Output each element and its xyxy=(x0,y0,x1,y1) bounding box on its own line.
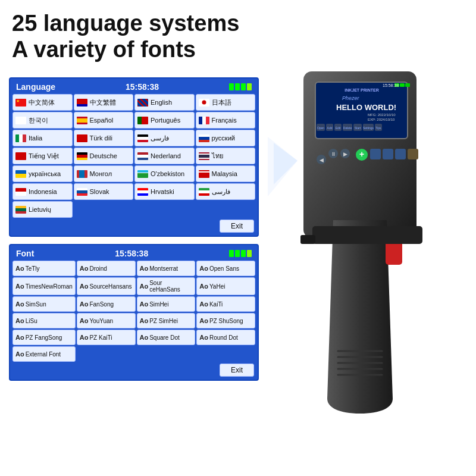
svg-rect-22 xyxy=(405,83,410,87)
lang-cell-lt[interactable]: Lietuvių xyxy=(12,201,73,218)
lang-cell-th[interactable]: ไทย xyxy=(196,148,256,164)
svg-text:Phezer: Phezer xyxy=(342,95,360,101)
svg-text:Add: Add xyxy=(327,126,333,130)
lang-cell-sk[interactable]: Slovak xyxy=(74,183,134,200)
svg-text:◀: ◀ xyxy=(320,157,324,163)
font-cell-pzshusong[interactable]: Ao PZ ShuSong xyxy=(196,313,255,328)
lang-cell-vi[interactable]: Tiếng Việt xyxy=(12,148,73,164)
lang-cell-fa[interactable]: فارسی xyxy=(196,183,256,200)
lang-hr: Hrvatski xyxy=(151,188,174,195)
battery-bar-1 xyxy=(229,83,234,90)
lang-cell-en[interactable]: English xyxy=(134,94,195,111)
lang-cell-ar[interactable]: فارسی xyxy=(134,130,195,146)
lang-uz: O'zbekiston xyxy=(151,170,184,177)
flag-mn xyxy=(77,170,87,178)
flag-ru xyxy=(199,134,209,142)
font-title: Font xyxy=(16,249,34,258)
lang-cell-zhtw[interactable]: 中文繁體 xyxy=(74,94,134,111)
flag-fr xyxy=(199,117,209,124)
lang-cell-ja[interactable]: 日本語 xyxy=(196,94,256,111)
flag-ir xyxy=(199,188,209,196)
lang-cell-mn[interactable]: Монгол xyxy=(74,165,134,182)
lang-cell-fr[interactable]: Français xyxy=(196,112,256,129)
font-cell-tetly[interactable]: Ao TeTly xyxy=(12,261,76,276)
lang-cell-pt[interactable]: Português xyxy=(134,112,195,129)
font-cell-sourcehansans[interactable]: Ao Sour ceHanSans xyxy=(137,277,196,295)
lang-empty-2 xyxy=(134,201,195,218)
svg-text:Delete: Delete xyxy=(343,126,352,130)
font-cell-kaiti[interactable]: Ao KaiTi xyxy=(196,296,255,312)
font-exit-row: Exit xyxy=(12,362,255,377)
lang-cell-de[interactable]: Deutsche xyxy=(74,148,134,164)
flag-nl xyxy=(137,152,148,160)
svg-text:HELLO WORLD!: HELLO WORLD! xyxy=(336,103,396,112)
printer-nozzle xyxy=(312,226,422,244)
font-cell-lisu[interactable]: Ao LiSu xyxy=(12,313,76,328)
battery-indicator xyxy=(229,83,252,90)
lang-cell-ru[interactable]: русский xyxy=(196,130,256,146)
flag-th xyxy=(199,152,209,160)
svg-text:15:58:38: 15:58:38 xyxy=(383,83,399,87)
lang-nl: Nederland xyxy=(151,152,181,159)
svg-text:Open: Open xyxy=(317,126,324,130)
lang-ja: 日本語 xyxy=(212,98,231,107)
font-battery-bar-3 xyxy=(241,250,246,257)
font-cell-pzfangsong[interactable]: Ao PZ FangSong xyxy=(12,330,76,345)
lang-cell-it[interactable]: Italia xyxy=(12,130,73,146)
font-cell-sourcehans[interactable]: Ao SourceHansans xyxy=(77,277,136,295)
lang-cell-nl[interactable]: Nederland xyxy=(134,148,195,164)
font-cell-opensans[interactable]: Ao Open Sans xyxy=(196,261,255,276)
flag-hr xyxy=(137,188,148,196)
lang-cell-ko[interactable]: 한국이 xyxy=(12,112,73,129)
language-exit-row: Exit xyxy=(12,218,255,233)
font-cell-youyuan[interactable]: Ao YouYuan xyxy=(77,313,136,328)
language-exit-button[interactable]: Exit xyxy=(220,220,254,233)
font-exit-button[interactable]: Exit xyxy=(220,364,254,377)
lang-cell-es[interactable]: Español xyxy=(74,112,134,129)
font-cell-droind[interactable]: Ao Droind xyxy=(77,261,136,276)
font-battery-bar-2 xyxy=(235,250,240,257)
font-cell-external[interactable]: Ao External Font xyxy=(12,346,76,362)
flag-my xyxy=(199,170,209,178)
lang-zhtw: 中文繁體 xyxy=(90,98,116,107)
svg-text:Tips: Tips xyxy=(375,126,381,130)
font-table: Font 15:58:38 Ao TeTly Ao Droind Ao Mont… xyxy=(9,244,259,381)
lang-de: Deutsche xyxy=(90,152,117,159)
flag-id xyxy=(15,188,26,196)
main-container: 25 language systems A variety of fonts L… xyxy=(0,0,476,476)
lang-cell-zhcn[interactable]: 中文简体 xyxy=(12,94,73,111)
svg-text:+: + xyxy=(359,149,364,159)
flag-lt xyxy=(15,206,26,214)
svg-rect-41 xyxy=(300,235,315,244)
lang-cell-id[interactable]: Indonesia xyxy=(12,183,73,200)
svg-marker-0 xyxy=(268,137,298,196)
lang-cell-hr[interactable]: Hrvatski xyxy=(134,183,195,200)
font-cell-fansong[interactable]: Ao FanSong xyxy=(77,296,136,312)
font-cell-pzsimhei[interactable]: Ao PZ SimHei xyxy=(137,313,196,328)
lang-cell-uz[interactable]: O'zbekiston xyxy=(134,165,195,182)
svg-rect-32 xyxy=(370,149,381,159)
lang-cell-uk[interactable]: українська xyxy=(12,165,73,182)
svg-text:Start: Start xyxy=(355,126,361,130)
lang-ar: فارسی xyxy=(151,134,169,142)
lang-cell-tr[interactable]: Türk dili xyxy=(74,130,134,146)
font-cell-tnr[interactable]: Ao TimesNewRoman xyxy=(12,277,76,295)
headline-line1: 25 language systems xyxy=(12,11,239,37)
language-table: Language 15:58:38 中文简体 中文繁體 English 日本語 … xyxy=(9,77,259,237)
headline-block: 25 language systems A variety of fonts xyxy=(12,11,239,62)
font-cell-yahei[interactable]: Ao YaHei xyxy=(196,277,255,295)
font-cell-simhei[interactable]: Ao SimHei xyxy=(137,296,196,312)
flag-cn xyxy=(15,99,26,107)
font-cell-rounddot[interactable]: Ao Round Dot xyxy=(196,330,255,345)
flag-es xyxy=(77,117,87,124)
font-empty-3 xyxy=(196,346,255,362)
language-grid: 中文简体 中文繁體 English 日本語 한국이 Español Portug… xyxy=(12,94,255,218)
lang-zhcn: 中文简体 xyxy=(29,98,55,107)
lang-es: Español xyxy=(90,117,114,124)
font-cell-simsun[interactable]: Ao SimSun xyxy=(12,296,76,312)
font-cell-montserrat[interactable]: Ao Montserrat xyxy=(137,261,196,276)
lang-cell-my[interactable]: Malaysia xyxy=(196,165,256,182)
font-cell-pzkaiti[interactable]: Ao PZ KaiTi xyxy=(77,330,136,345)
svg-rect-34 xyxy=(395,149,406,159)
font-cell-squaredot[interactable]: Ao Square Dot xyxy=(137,330,196,345)
